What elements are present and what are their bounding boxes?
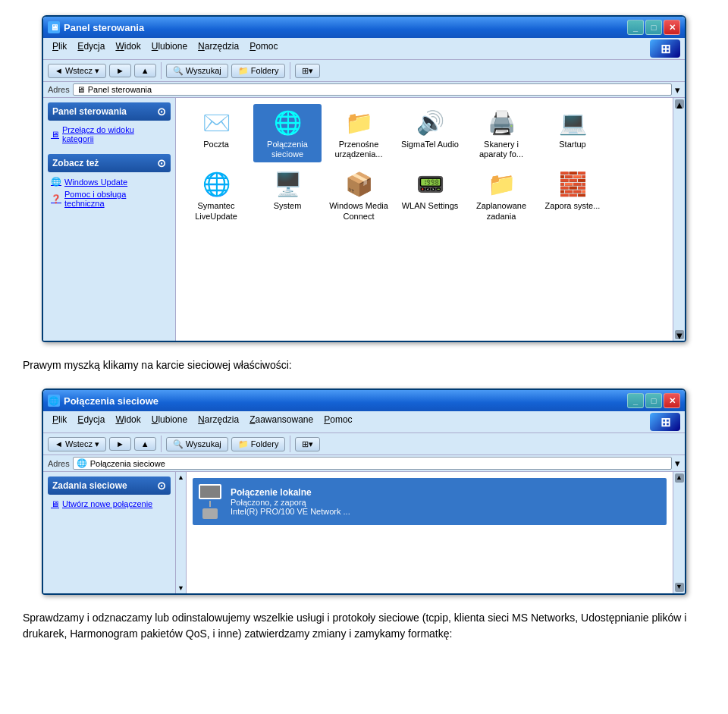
scroll-down-right-2[interactable]: ▼ (675, 583, 684, 592)
scrollbar-1[interactable]: ▲ ▼ (673, 98, 685, 341)
menu-widok-2[interactable]: Widok (111, 413, 145, 431)
sidebar-link-windows-update[interactable]: 🌐 Windows Update (49, 175, 169, 188)
maximize-button-2[interactable]: □ (645, 393, 662, 408)
sidebar-header-panel[interactable]: Panel sterowania ⊙ (48, 102, 171, 121)
icon-item-przenosne[interactable]: 📁 Przenośne urządzenia... (325, 104, 393, 162)
folders-icon-2: 📁 (238, 439, 249, 449)
back-arrow-icon: ◄ (55, 66, 63, 75)
sidebar-link-icon-category: 🖥 (51, 130, 59, 139)
search-button-2[interactable]: 🔍 Wyszukaj (166, 437, 228, 451)
up-button-2[interactable]: ▲ (134, 437, 156, 451)
forward-button-2[interactable]: ► (109, 437, 131, 451)
icons-grid-1: ✉️ Poczta 🌐 Połączenia sieciowe 📁 Przeno… (176, 98, 673, 341)
icon-item-poczta[interactable]: ✉️ Poczta (182, 104, 250, 162)
back-button-2[interactable]: ◄ Wstecz ▾ (48, 437, 106, 451)
scroll-up-arrow[interactable]: ▲ (675, 99, 684, 109)
search-button-1[interactable]: 🔍 Wyszukaj (166, 64, 228, 78)
addr-dropdown-icon-2[interactable]: ▾ (675, 458, 680, 469)
menu-pomoc-1[interactable]: Pomoc (245, 39, 282, 58)
icon-item-wlan[interactable]: 📟 WLAN Settings (396, 165, 464, 224)
menu-widok-1[interactable]: Widok (111, 39, 145, 58)
scroll-up-2[interactable]: ▲ (177, 473, 184, 481)
connection-icon (199, 484, 221, 519)
menu-edycja-1[interactable]: Edycja (73, 39, 109, 58)
scroll-down-2[interactable]: ▼ (177, 584, 184, 592)
menu-ulubione-2[interactable]: Ulubione (147, 413, 192, 431)
back-button-1[interactable]: ◄ Wstecz ▾ (48, 64, 106, 78)
close-button-2[interactable]: ✕ (664, 393, 680, 408)
menu-narzedzia-1[interactable]: Narzędzia (193, 39, 243, 58)
sidebar-header-see-also[interactable]: Zobacz też ⊙ (48, 154, 171, 172)
icon-label-sigmatel: SigmaTel Audio (401, 140, 459, 149)
icon-item-wmedia[interactable]: 📦 Windows Media Connect (325, 165, 393, 224)
sidebar-section-see-also: Zobacz też ⊙ 🌐 Windows Update ❓ Pomoc i … (48, 154, 171, 212)
toolbar-sep-2a (161, 436, 162, 452)
forward-button-1[interactable]: ► (109, 64, 131, 77)
titlebar-2: 🌐 Połączenia sieciowe _ □ ✕ (43, 390, 685, 411)
menu-pomoc-2[interactable]: Pomoc (319, 413, 356, 431)
windows-logo-1: ⊞ (650, 39, 680, 58)
back-label-2: Wstecz (65, 439, 93, 448)
connection-local-item[interactable]: Połączenie lokalne Połączono, z zaporą I… (193, 478, 667, 525)
icon-img-polaczenia: 🌐 (272, 107, 303, 137)
menu-zaawansowane-2[interactable]: Zaawansowane (245, 413, 318, 431)
icon-item-startup[interactable]: 💻 Startup (538, 104, 607, 162)
titlebar-icon-2: 🌐 (48, 395, 60, 407)
scroll-up-right-2[interactable]: ▲ (675, 473, 684, 483)
menu-plik-1[interactable]: Plik (48, 39, 71, 58)
icon-img-symantec: 🌐 (201, 168, 231, 199)
sidebar-link-new-connection[interactable]: 🖥 Utwórz nowe połączenie (49, 498, 169, 510)
intro-paragraph: Prawym myszką klikamy na karcie sieciowe… (23, 357, 705, 373)
maximize-button-1[interactable]: □ (645, 20, 662, 35)
close-button-1[interactable]: ✕ (664, 20, 680, 35)
icon-item-sigmatel[interactable]: 🔊 SigmaTel Audio (396, 104, 464, 162)
scroll-down-arrow[interactable]: ▼ (675, 330, 684, 339)
icon-item-zaplanowane[interactable]: 📁 Zaplanowane zadania (467, 165, 535, 224)
addr-label-2: Adres (48, 459, 70, 468)
sidebar-link-icon-update: 🌐 (51, 177, 61, 187)
view-button-2[interactable]: ⊞▾ (295, 437, 320, 451)
sidebar-scrollbar-2[interactable]: ▲ ▼ (176, 472, 187, 593)
icon-img-wlan: 📟 (415, 168, 445, 199)
win-body-1: Panel sterowania ⊙ 🖥 Przełącz do widoku … (43, 98, 685, 341)
view-button-1[interactable]: ⊞▾ (295, 64, 320, 78)
sidebar-chevron-see-also: ⊙ (157, 157, 166, 169)
icon-item-zapora[interactable]: 🧱 Zapora syste... (538, 165, 607, 224)
folders-button-2[interactable]: 📁 Foldery (231, 437, 286, 451)
icon-img-przenosne: 📁 (344, 107, 374, 137)
menubar-1: Plik Edycja Widok Ulubione Narzędzia Pom… (43, 38, 685, 60)
menu-narzedzia-2[interactable]: Narzędzia (193, 413, 243, 431)
up-button-1[interactable]: ▲ (134, 64, 156, 77)
menu-plik-2[interactable]: Plik (48, 413, 71, 431)
icon-label-poczta: Poczta (203, 140, 229, 149)
minimize-button-1[interactable]: _ (627, 20, 644, 35)
icon-item-polaczenia[interactable]: 🌐 Połączenia sieciowe (253, 104, 322, 162)
addr-icon-2: 🌐 (77, 458, 87, 468)
icon-img-zaplanowane: 📁 (486, 168, 516, 199)
sidebar-link-category[interactable]: 🖥 Przełącz do widoku kategorii (49, 124, 169, 145)
icon-label-wmedia: Windows Media Connect (328, 201, 390, 221)
titlebar-1: 🖥 Panel sterowania _ □ ✕ (43, 17, 685, 38)
sidebar-link-help[interactable]: ❓ Pomoc i obsługa techniczna (49, 188, 169, 209)
sidebar-chevron-panel: ⊙ (157, 105, 166, 118)
icon-label-zapora: Zapora syste... (545, 201, 601, 211)
folders-button-1[interactable]: 📁 Foldery (231, 64, 286, 78)
icon-item-symantec[interactable]: 🌐 Symantec LiveUpdate (182, 165, 250, 224)
toolbar-sep-1b (290, 62, 290, 79)
sidebar-header-network[interactable]: Zadania sieciowe ⊙ (48, 477, 171, 495)
back-label: Wstecz (65, 66, 93, 75)
folders-label-1: Foldery (251, 66, 279, 75)
toolbar-sep-1a (161, 62, 162, 79)
icon-label-polaczenia: Połączenia sieciowe (256, 140, 318, 159)
icon-item-skanery[interactable]: 🖨️ Skanery i aparaty fo... (467, 104, 535, 162)
icon-img-zapora: 🧱 (557, 168, 588, 199)
scrollbar-2[interactable]: ▲ ▼ (673, 472, 685, 593)
icon-item-system[interactable]: 🖥️ System (253, 165, 322, 224)
menu-edycja-2[interactable]: Edycja (73, 413, 109, 431)
addr-field-2[interactable]: 🌐 Połączenia sieciowe (73, 457, 672, 470)
menu-ulubione-1[interactable]: Ulubione (147, 39, 192, 58)
addr-field-1[interactable]: 🖥 Panel sterowania (73, 83, 672, 96)
icon-label-startup: Startup (559, 140, 585, 149)
minimize-button-2[interactable]: _ (627, 393, 644, 408)
addr-dropdown-icon-1[interactable]: ▾ (675, 84, 680, 96)
